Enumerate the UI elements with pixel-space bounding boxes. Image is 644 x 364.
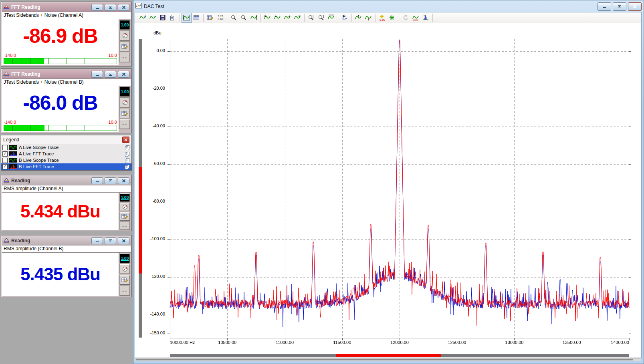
pan-end-button[interactable]: ⇥: [293, 13, 303, 23]
close-button[interactable]: [628, 2, 642, 11]
spectrum-plot[interactable]: [166, 36, 633, 341]
nav-arrows-button[interactable]: ◄►: [120, 286, 130, 296]
pan-home-button[interactable]: ⇤: [262, 13, 273, 23]
maximize-button[interactable]: [105, 177, 116, 184]
copy-graph-button[interactable]: [168, 13, 178, 23]
minimize-button[interactable]: [91, 4, 103, 11]
window-title-bar[interactable]: Reading: [2, 176, 131, 185]
close-button[interactable]: [118, 71, 129, 78]
y-axis-unit-label: dBu: [153, 30, 162, 35]
horizontal-range-indicator[interactable]: [170, 354, 629, 357]
x-axis-tick-label: 14000.00: [592, 340, 629, 346]
edit-settings-button[interactable]: [205, 13, 215, 23]
expand-down-button[interactable]: ↓: [363, 13, 373, 23]
svg-text:]: ]: [323, 14, 324, 18]
zoom-cursor-left-button[interactable]: [: [306, 13, 316, 23]
svg-text:◄: ◄: [122, 225, 124, 228]
reprocess-button[interactable]: [401, 13, 411, 23]
spread-cursors-button[interactable]: [387, 13, 397, 23]
legend-row-3[interactable]: ✓B Live FFT Trace: [1, 163, 131, 170]
zoom-out-button[interactable]: [239, 13, 249, 23]
pan-left-button[interactable]: ←: [273, 13, 283, 23]
legend-row-1[interactable]: ✓A Live FFT Trace: [1, 151, 131, 157]
level-bar: [4, 58, 117, 64]
limit-line-button[interactable]: [411, 13, 421, 23]
edit-settings-button[interactable]: [120, 212, 130, 221]
scale-button[interactable]: 1.00: [120, 20, 130, 30]
y-axis-tick-label: -140.00: [139, 312, 165, 318]
range-max-label: 10.0: [109, 120, 117, 125]
scrollbar-thumb[interactable]: [136, 359, 633, 360]
close-icon[interactable]: [122, 137, 129, 143]
meter-settings-button[interactable]: [120, 203, 130, 211]
legend-row-2[interactable]: B Live Scope Trace: [1, 157, 131, 163]
fit-vertical-button[interactable]: [326, 13, 336, 23]
save-trace-button[interactable]: [158, 13, 168, 23]
scale-button[interactable]: 1.00: [120, 253, 130, 263]
zoom-in-button[interactable]: [229, 13, 239, 23]
window-title-bar[interactable]: Reading: [2, 236, 131, 245]
copy-icon[interactable]: [124, 151, 130, 157]
scale-button[interactable]: 1.00: [120, 193, 130, 202]
close-button[interactable]: [118, 177, 129, 184]
sweep-panel-button[interactable]: [192, 13, 202, 23]
maximize-button[interactable]: [613, 2, 626, 11]
remove-trace-button[interactable]: −: [148, 13, 158, 23]
meter-settings-button[interactable]: [120, 264, 130, 274]
legend-rows: A Live Scope Trace✓A Live FFT TraceB Liv…: [1, 144, 131, 170]
expand-up-icon: ↑: [355, 14, 362, 21]
expand-up-button[interactable]: ↑: [353, 13, 363, 23]
dac-window-icon: [135, 3, 142, 10]
scale-button[interactable]: 1.00: [120, 87, 130, 97]
copy-icon[interactable]: [124, 158, 130, 163]
vertical-range-indicator[interactable]: [139, 39, 142, 338]
range-max-label: 10.0: [109, 53, 117, 58]
legend-row-0[interactable]: A Live Scope Trace: [1, 144, 131, 151]
data-values-button[interactable]: 3.255.60: [215, 13, 225, 23]
trace-checkbox[interactable]: [2, 158, 8, 163]
edit-settings-button[interactable]: [120, 42, 130, 51]
level-bar-cells: [4, 61, 117, 64]
zero-cursor-button[interactable]: 0.00: [377, 13, 387, 23]
horizontal-scrollbar[interactable]: [135, 358, 641, 361]
copy-icon[interactable]: [124, 164, 130, 169]
cursor-flag-button[interactable]: [340, 13, 350, 23]
minimize-button[interactable]: [598, 2, 611, 11]
maximize-button[interactable]: [105, 4, 116, 11]
panel-side-buttons: 1.00◄►: [119, 253, 131, 296]
window-title: FFT Reading: [11, 4, 88, 10]
window-title-bar[interactable]: FFT Reading: [2, 3, 131, 12]
maximize-button[interactable]: [105, 237, 116, 244]
copy-icon[interactable]: [124, 145, 130, 150]
pan-right-button[interactable]: →: [283, 13, 293, 23]
panel-body: 5.435 dBu1.00◄►: [2, 253, 131, 296]
trace-checkbox[interactable]: ✓: [2, 151, 8, 157]
zoom-out-icon: [240, 14, 247, 21]
close-button[interactable]: [118, 237, 129, 244]
nav-arrows-button[interactable]: ◄►: [120, 52, 130, 62]
meter-settings-button[interactable]: [120, 98, 130, 107]
minimize-button[interactable]: [91, 71, 103, 78]
x-axis-tick-label: 11500.00: [324, 340, 361, 346]
svg-text:+: +: [143, 14, 146, 18]
add-trace-button[interactable]: +: [138, 13, 148, 23]
legend-row-label: A Live FFT Trace: [19, 151, 123, 156]
edit-settings-button[interactable]: [120, 275, 130, 285]
close-button[interactable]: [118, 4, 129, 11]
nav-arrows-button[interactable]: ◄►: [120, 119, 130, 129]
fft-pan-button[interactable]: ↔: [421, 13, 431, 23]
edit-settings-button[interactable]: [120, 109, 130, 118]
autoscale-button[interactable]: [249, 13, 259, 23]
nav-arrows-button[interactable]: ◄►: [120, 222, 130, 230]
trace-checkbox[interactable]: [2, 145, 8, 150]
maximize-button[interactable]: [105, 71, 116, 78]
zoom-cursor-right-button[interactable]: ]: [316, 13, 326, 23]
y-axis-tick-label: -40.00: [139, 123, 165, 129]
minimize-button[interactable]: [91, 237, 103, 244]
trace-checkbox[interactable]: ✓: [2, 164, 8, 169]
meter-settings-button[interactable]: [120, 31, 130, 40]
minimize-button[interactable]: [91, 177, 103, 184]
dac-title-bar[interactable]: DAC Test: [135, 2, 642, 11]
graph-view-button[interactable]: [182, 13, 192, 23]
window-title-bar[interactable]: FFT Reading: [2, 70, 131, 78]
